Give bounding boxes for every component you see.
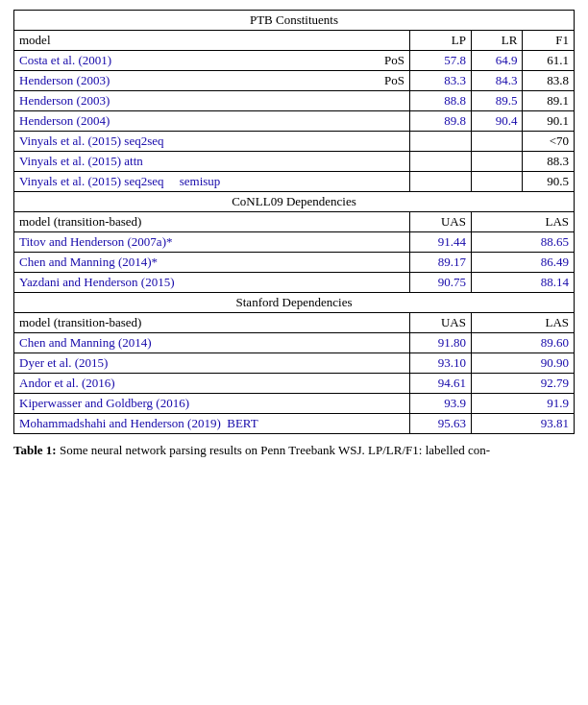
s2-row3-uas: 90.75 xyxy=(410,273,472,293)
s2-col-model: model (transition-based) xyxy=(14,212,410,232)
s3-col-uas: UAS xyxy=(410,313,472,333)
s1g1-row1-f1: 61.1 xyxy=(523,51,575,71)
table-row: Titov and Henderson (2007a)* 91.44 88.65 xyxy=(14,232,575,253)
s2-row1-uas: 91.44 xyxy=(410,232,472,253)
s3-row4-uas: 93.9 xyxy=(410,394,472,414)
s1-col-lp: LP xyxy=(410,31,472,51)
table-row: Vinyals et al. (2015) seq2seq <70 xyxy=(14,132,575,152)
s1g2-row4-lr xyxy=(471,152,523,172)
table-row: Henderson (2004) 89.8 90.4 90.1 xyxy=(14,111,575,132)
s3-row4-model: Kiperwasser and Goldberg (2016) xyxy=(14,394,410,414)
s1g1-row2-lp: 83.3 xyxy=(410,71,472,91)
s1g2-row3-f1: <70 xyxy=(523,132,575,152)
s1g2-row1-lr: 89.5 xyxy=(471,91,523,111)
table-row: Yazdani and Henderson (2015) 90.75 88.14 xyxy=(14,273,575,293)
caption-label: Table 1: xyxy=(13,443,57,457)
s1g2-row4-f1: 88.3 xyxy=(523,152,575,172)
table-row: Mohammadshahi and Henderson (2019) BERT … xyxy=(14,414,575,434)
s1g2-row1-model: Henderson (2003) xyxy=(14,91,410,111)
s3-row1-las: 89.60 xyxy=(471,333,574,353)
s1g2-row3-lp xyxy=(410,132,472,152)
s1g2-row3-lr xyxy=(471,132,523,152)
s3-row5-las: 93.81 xyxy=(471,414,574,434)
s3-row2-uas: 93.10 xyxy=(410,353,472,374)
table-row: Kiperwasser and Goldberg (2016) 93.9 91.… xyxy=(14,394,575,414)
s3-row2-las: 90.90 xyxy=(471,353,574,374)
s3-row5-uas: 95.63 xyxy=(410,414,472,434)
s1g1-row2-lr: 84.3 xyxy=(471,71,523,91)
table-row: Chen and Manning (2014)* 89.17 86.49 xyxy=(14,253,575,273)
main-table: PTB Constituents model LP LR F1 Costa et… xyxy=(13,10,575,434)
table-row: Henderson (2003) 88.8 89.5 89.1 xyxy=(14,91,575,111)
table-row: Henderson (2003) PoS 83.3 84.3 83.8 xyxy=(14,71,575,91)
s3-row3-las: 92.79 xyxy=(471,374,574,394)
s2-row3-model: Yazdani and Henderson (2015) xyxy=(14,273,410,293)
table-row: Andor et al. (2016) 94.61 92.79 xyxy=(14,374,575,394)
s1g2-row2-lp: 89.8 xyxy=(410,111,472,132)
s1g1-row2-f1: 83.8 xyxy=(523,71,575,91)
s2-row1-las: 88.65 xyxy=(471,232,574,253)
caption-text: Some neural network parsing results on P… xyxy=(60,443,490,457)
table-row: Vinyals et al. (2015) attn 88.3 xyxy=(14,152,575,172)
s2-row3-las: 88.14 xyxy=(471,273,574,293)
table-row: Costa et al. (2001) PoS 57.8 64.9 61.1 xyxy=(14,51,575,71)
s1g2-row5-lr xyxy=(471,172,523,192)
s1-col-model: model xyxy=(14,31,410,51)
s3-row1-uas: 91.80 xyxy=(410,333,472,353)
table-row: Vinyals et al. (2015) seq2seq semisup 90… xyxy=(14,172,575,192)
table-row: Dyer et al. (2015) 93.10 90.90 xyxy=(14,353,575,374)
s3-row2-model: Dyer et al. (2015) xyxy=(14,353,410,374)
s1g2-row5-f1: 90.5 xyxy=(523,172,575,192)
s3-row3-model: Andor et al. (2016) xyxy=(14,374,410,394)
s2-row2-las: 86.49 xyxy=(471,253,574,273)
s3-row3-uas: 94.61 xyxy=(410,374,472,394)
s3-row1-model: Chen and Manning (2014) xyxy=(14,333,410,353)
section1-header: PTB Constituents xyxy=(14,11,575,31)
s1g2-row5-model: Vinyals et al. (2015) seq2seq semisup xyxy=(14,172,410,192)
s1g2-row4-model: Vinyals et al. (2015) attn xyxy=(14,152,410,172)
s2-col-las: LAS xyxy=(471,212,574,232)
caption: Table 1: Some neural network parsing res… xyxy=(13,442,575,459)
s1-col-lr: LR xyxy=(471,31,523,51)
s2-row2-uas: 89.17 xyxy=(410,253,472,273)
s1g2-row1-lp: 88.8 xyxy=(410,91,472,111)
s3-row4-las: 91.9 xyxy=(471,394,574,414)
s3-col-las: LAS xyxy=(471,313,574,333)
s3-row5-model: Mohammadshahi and Henderson (2019) BERT xyxy=(14,414,410,434)
table-row: Chen and Manning (2014) 91.80 89.60 xyxy=(14,333,575,353)
s2-row1-model: Titov and Henderson (2007a)* xyxy=(14,232,410,253)
s1g2-row4-lp xyxy=(410,152,472,172)
s1g2-row5-lp xyxy=(410,172,472,192)
s2-col-uas: UAS xyxy=(410,212,472,232)
s1-col-f1: F1 xyxy=(523,31,575,51)
s1g2-row1-f1: 89.1 xyxy=(523,91,575,111)
s1g1-row1-lr: 64.9 xyxy=(471,51,523,71)
section2-header: CoNLL09 Dependencies xyxy=(14,192,575,212)
s1g1-row2-model: Henderson (2003) PoS xyxy=(14,71,410,91)
s1g1-row1-lp: 57.8 xyxy=(410,51,472,71)
s2-row2-model: Chen and Manning (2014)* xyxy=(14,253,410,273)
s1g2-row2-f1: 90.1 xyxy=(523,111,575,132)
section3-header: Stanford Dependencies xyxy=(14,293,575,313)
s1g2-row2-lr: 90.4 xyxy=(471,111,523,132)
s1g1-row1-model: Costa et al. (2001) PoS xyxy=(14,51,410,71)
s1g2-row3-model: Vinyals et al. (2015) seq2seq xyxy=(14,132,410,152)
s3-col-model: model (transition-based) xyxy=(14,313,410,333)
s1g2-row2-model: Henderson (2004) xyxy=(14,111,410,132)
